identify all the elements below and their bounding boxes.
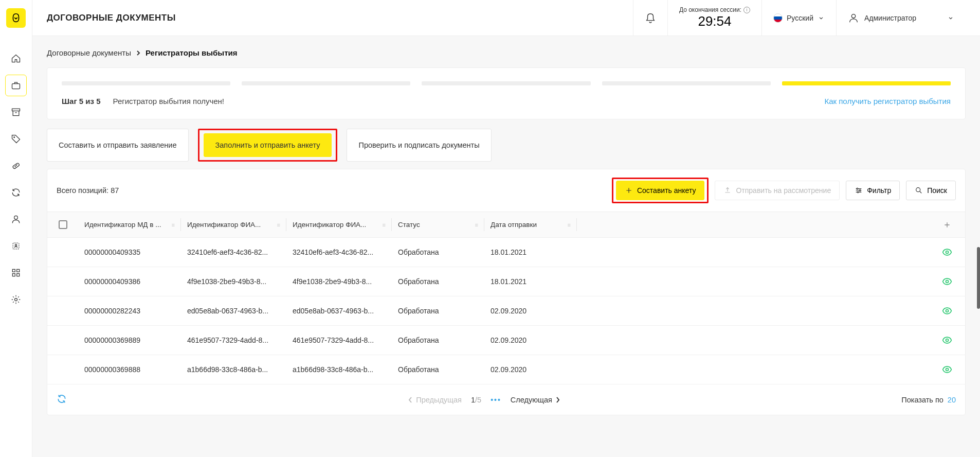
- nav-tag[interactable]: [5, 128, 27, 150]
- row-checkbox-cell: [47, 296, 78, 325]
- svg-rect-10: [12, 274, 15, 276]
- upload-icon: [723, 186, 732, 195]
- svg-point-20: [946, 310, 949, 312]
- scrollbar-thumb[interactable]: [977, 247, 980, 309]
- cell-fias2: 461e9507-7329-4add-8...: [286, 326, 392, 355]
- nav-settings[interactable]: [5, 289, 27, 310]
- session-timer: 29:54: [698, 13, 731, 29]
- notifications-button[interactable]: [633, 0, 667, 36]
- user-avatar-icon: [848, 12, 859, 24]
- refresh-button[interactable]: [57, 394, 67, 406]
- page-title: ДОГОВОРНЫЕ ДОКУМЕНТЫ: [47, 13, 176, 23]
- column-date[interactable]: Дата отправки≡: [484, 212, 577, 237]
- total-positions: Всего позиций: 87: [57, 186, 119, 195]
- table-row[interactable]: 00000000369888a1b66d98-33c8-486a-b...a1b…: [47, 355, 965, 384]
- row-checkbox-cell: [47, 267, 78, 296]
- cell-fias2: 32410ef6-aef3-4c36-82...: [286, 238, 392, 267]
- page-size-value[interactable]: 20: [948, 396, 956, 404]
- nav-home[interactable]: [5, 48, 27, 69]
- view-row-button[interactable]: [929, 326, 965, 355]
- column-md-id[interactable]: Идентификатор МД в ...≡: [78, 212, 181, 237]
- svg-point-2: [14, 137, 15, 138]
- view-row-button[interactable]: [929, 238, 965, 267]
- org-icon: [11, 241, 21, 251]
- table-header: Идентификатор МД в ...≡ Идентификатор ФИ…: [47, 212, 965, 238]
- column-fias2[interactable]: Идентификатор ФИА...≡: [286, 212, 392, 237]
- data-table: Идентификатор МД в ...≡ Идентификатор ФИ…: [47, 212, 965, 384]
- table-row[interactable]: 000000004093864f9e1038-2be9-49b3-8...4f9…: [47, 267, 965, 296]
- nav-org[interactable]: [5, 235, 27, 257]
- page-size-selector: Показать по 20: [901, 396, 956, 404]
- language-label: Русский: [787, 14, 813, 22]
- table-row[interactable]: 0000000040933532410ef6-aef3-4c36-82...32…: [47, 238, 965, 267]
- main-content: Договорные документы Регистраторы выбыти…: [32, 36, 980, 457]
- svg-rect-0: [12, 84, 20, 89]
- plus-icon: [625, 186, 633, 195]
- svg-point-21: [946, 339, 949, 342]
- nav-archive[interactable]: [5, 101, 27, 123]
- info-icon[interactable]: i: [743, 7, 750, 13]
- breadcrumb-root[interactable]: Договорные документы: [47, 48, 131, 57]
- view-row-button[interactable]: [929, 355, 965, 384]
- progress-bar-4: [602, 81, 771, 85]
- svg-point-19: [946, 280, 949, 283]
- sync-icon: [11, 187, 21, 198]
- table-toolbar: Всего позиций: 87 Составить анкету Отпра…: [47, 169, 965, 212]
- create-form-button[interactable]: Составить анкету: [616, 181, 704, 200]
- cell-spacer: [577, 355, 929, 384]
- column-fias1[interactable]: Идентификатор ФИА...≡: [181, 212, 286, 237]
- progress-bars: [62, 81, 951, 85]
- cell-fias1: 32410ef6-aef3-4c36-82...: [181, 238, 286, 267]
- user-menu[interactable]: Администратор: [836, 0, 966, 36]
- svg-point-16: [858, 191, 859, 193]
- eye-icon: [942, 306, 952, 316]
- column-add[interactable]: [929, 212, 965, 237]
- nav-documents[interactable]: [5, 75, 27, 96]
- view-row-button[interactable]: [929, 267, 965, 296]
- refresh-icon: [57, 394, 67, 404]
- sidebar: [0, 0, 32, 457]
- page-indicator: 1/5: [471, 396, 481, 404]
- page-size-label: Показать по: [901, 396, 943, 404]
- svg-rect-11: [17, 274, 20, 276]
- tab-fill-form[interactable]: Заполнить и отправить анкету: [204, 133, 332, 157]
- archive-icon: [11, 107, 21, 117]
- cell-spacer: [577, 296, 929, 325]
- grid-icon: [11, 268, 21, 278]
- progress-help-link[interactable]: Как получить регистратор выбытия: [824, 97, 951, 106]
- tab-verify-sign[interactable]: Проверить и подписать документы: [347, 129, 491, 162]
- filter-button[interactable]: Фильтр: [846, 181, 900, 200]
- cell-md-id: 00000000409386: [78, 267, 181, 296]
- svg-point-18: [946, 251, 949, 254]
- search-icon: [915, 186, 923, 195]
- briefcase-icon: [11, 80, 21, 91]
- svg-rect-9: [17, 269, 20, 272]
- table-card: Всего позиций: 87 Составить анкету Отпра…: [47, 169, 966, 415]
- svg-point-13: [851, 14, 855, 17]
- cell-fias1: 461e9507-7329-4add-8...: [181, 326, 286, 355]
- select-all-checkbox[interactable]: [59, 220, 67, 229]
- search-button[interactable]: Поиск: [906, 181, 956, 200]
- table-body: 0000000040933532410ef6-aef3-4c36-82...32…: [47, 238, 965, 384]
- session-label: До окончания сессии:i: [679, 6, 750, 13]
- cell-fias1: a1b66d98-33c8-486a-b...: [181, 355, 286, 384]
- svg-point-17: [916, 188, 920, 192]
- language-selector[interactable]: Русский: [761, 0, 836, 36]
- nav-sync[interactable]: [5, 182, 27, 203]
- nav-user[interactable]: [5, 208, 27, 230]
- app-logo[interactable]: [6, 8, 26, 28]
- eye-icon: [942, 335, 952, 345]
- tab-compose-application[interactable]: Составить и отправить заявление: [47, 129, 189, 162]
- nav-apps[interactable]: [5, 262, 27, 284]
- column-status[interactable]: Статус≡: [392, 212, 484, 237]
- svg-point-15: [860, 190, 861, 191]
- table-row[interactable]: 00000000369889461e9507-7329-4add-8...461…: [47, 326, 965, 355]
- view-row-button[interactable]: [929, 296, 965, 325]
- column-checkbox: [47, 212, 78, 237]
- table-row[interactable]: 00000000282243ed05e8ab-0637-4963-b...ed0…: [47, 296, 965, 326]
- nav-pill[interactable]: [5, 155, 27, 177]
- next-page-button[interactable]: Следующая: [511, 396, 560, 404]
- flag-icon: [773, 13, 783, 23]
- user-role-label: Администратор: [864, 14, 916, 22]
- page-menu-button[interactable]: •••: [491, 396, 501, 404]
